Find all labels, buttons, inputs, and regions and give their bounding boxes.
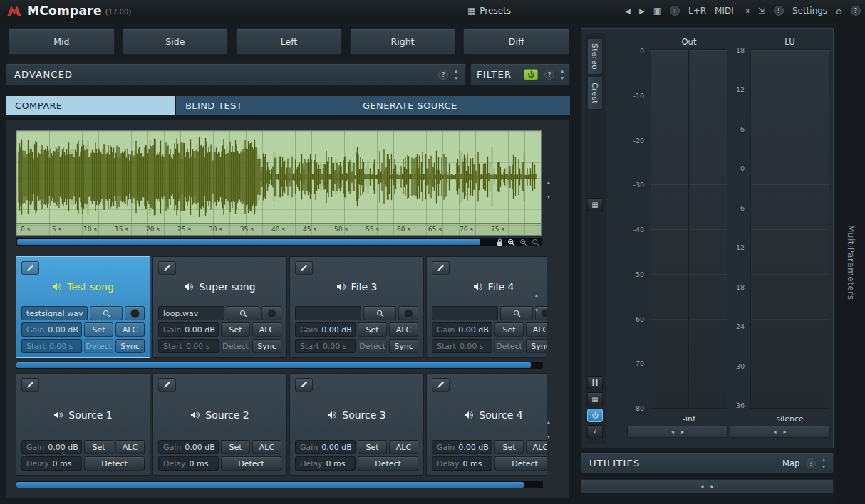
file-slot[interactable]: Super song loop.wav − Gain 0.00 dB bbox=[152, 256, 287, 358]
filter-panel-bar[interactable]: FILTER ? ▴▾ bbox=[470, 63, 570, 85]
channel-button-left[interactable]: Left bbox=[236, 28, 342, 55]
lu-meter-range-slider[interactable]: ◂ ▸ bbox=[730, 426, 830, 438]
alc-button[interactable]: ALC bbox=[252, 322, 281, 337]
source-slot[interactable]: Source 2 Gain 0.00 dB Set ALC Delay 0 ms… bbox=[152, 373, 287, 476]
file-slots-scrollbar-handle[interactable] bbox=[16, 362, 531, 368]
previous-preset-icon[interactable]: ◀ bbox=[625, 7, 631, 15]
channel-button-mid[interactable]: Mid bbox=[9, 28, 115, 55]
filename-field[interactable] bbox=[432, 306, 498, 320]
alc-button[interactable]: ALC bbox=[389, 322, 418, 337]
advanced-panel-bar[interactable]: ADVANCED ? ▴▾ bbox=[6, 63, 466, 85]
presets-button[interactable]: ▦ Presets bbox=[467, 0, 511, 21]
source-slot[interactable]: Source 3 Gain 0.00 dB Set ALC Delay 0 ms… bbox=[289, 373, 424, 476]
alc-button[interactable]: ALC bbox=[115, 322, 145, 337]
alc-button[interactable]: ALC bbox=[526, 322, 547, 337]
detect-button[interactable]: Detect bbox=[221, 339, 250, 353]
set-button[interactable]: Set bbox=[84, 322, 113, 337]
detect-button[interactable]: Detect bbox=[494, 456, 547, 471]
browse-button[interactable] bbox=[363, 306, 396, 320]
set-button[interactable]: Set bbox=[84, 440, 113, 454]
add-icon[interactable]: + bbox=[670, 6, 680, 16]
remove-button[interactable]: − bbox=[125, 306, 145, 320]
tab-generate-source[interactable]: GENERATE SOURCE bbox=[353, 96, 570, 115]
delay-field[interactable]: Delay 0 ms bbox=[295, 456, 356, 471]
alc-button[interactable]: ALC bbox=[252, 440, 281, 454]
utilities-collapse-spinner[interactable]: ▴▾ bbox=[822, 457, 825, 469]
gain-field[interactable]: Gain 0.00 dB bbox=[432, 440, 492, 454]
delay-field[interactable]: Delay 0 ms bbox=[158, 456, 219, 471]
meter-pause-button[interactable] bbox=[587, 376, 603, 389]
meter-tab-stereo[interactable]: Stereo bbox=[587, 38, 603, 75]
file-slot[interactable]: File 4 − Gain 0.00 dB bbox=[426, 256, 547, 358]
source-slots-scrollbar-handle[interactable] bbox=[16, 482, 524, 488]
source-slot[interactable]: Source 4 Gain 0.00 dB Set ALC Delay 0 ms… bbox=[426, 373, 547, 476]
gain-field[interactable]: Gain 0.00 dB bbox=[21, 440, 82, 454]
sync-button[interactable]: Sync bbox=[389, 339, 418, 353]
edit-button[interactable] bbox=[432, 378, 450, 392]
utilities-help-icon[interactable]: ? bbox=[806, 458, 816, 468]
delay-field[interactable]: Delay 0 ms bbox=[432, 456, 492, 471]
browse-button[interactable] bbox=[500, 306, 533, 320]
sync-button[interactable]: Sync bbox=[526, 339, 547, 353]
set-button[interactable]: Set bbox=[494, 322, 524, 337]
start-field[interactable]: Start 0.00 s bbox=[432, 339, 492, 353]
zoom-all-icon[interactable] bbox=[532, 238, 539, 246]
source-slots-count-spinner[interactable]: ▴▾ bbox=[547, 419, 550, 439]
sync-button[interactable]: Sync bbox=[115, 339, 145, 353]
alc-button[interactable]: ALC bbox=[526, 440, 547, 454]
gain-field[interactable]: Gain 0.00 dB bbox=[432, 322, 492, 337]
file-slot[interactable]: File 3 − Gain 0.00 dB bbox=[289, 256, 424, 358]
tab-compare[interactable]: COMPARE bbox=[6, 96, 175, 115]
settings-button[interactable]: Settings bbox=[792, 6, 827, 16]
file-slots-scrollbar[interactable] bbox=[16, 362, 543, 369]
home-icon[interactable]: ⌂ bbox=[836, 5, 842, 16]
channel-button-side[interactable]: Side bbox=[123, 28, 229, 55]
gain-field[interactable]: Gain 0.00 dB bbox=[295, 322, 356, 337]
edit-button[interactable] bbox=[21, 261, 39, 275]
warning-icon[interactable]: ! bbox=[774, 6, 784, 16]
map-button[interactable]: Map bbox=[782, 458, 799, 468]
detect-button[interactable]: Detect bbox=[84, 456, 145, 471]
out-meter-range-slider[interactable]: ◂ ▸ bbox=[627, 426, 728, 438]
filter-power-button[interactable] bbox=[524, 69, 538, 80]
detect-button[interactable]: Detect bbox=[494, 339, 524, 353]
utilities-panel-bar[interactable]: UTILITIES Map ? ▴▾ bbox=[581, 453, 834, 473]
midi-button[interactable]: MIDI bbox=[715, 6, 734, 16]
meter-routing-button[interactable]: ▦ bbox=[587, 392, 603, 406]
channel-button-right[interactable]: Right bbox=[350, 28, 456, 55]
start-field[interactable]: Start 0.00 s bbox=[295, 339, 356, 353]
utilities-slider[interactable]: ◂ ▸ bbox=[581, 479, 834, 493]
detect-button[interactable]: Detect bbox=[84, 339, 113, 353]
lock-icon[interactable] bbox=[497, 238, 503, 246]
advanced-collapse-spinner[interactable]: ▴▾ bbox=[455, 68, 457, 80]
file-slot[interactable]: Test song testsignal.wav − Gain 0.00 d bbox=[16, 256, 150, 358]
sync-button[interactable]: Sync bbox=[252, 339, 281, 353]
gain-field[interactable]: Gain 0.00 dB bbox=[158, 440, 219, 454]
edit-button[interactable] bbox=[158, 378, 176, 392]
zoom-out-icon[interactable] bbox=[519, 238, 527, 246]
filename-field[interactable]: loop.wav bbox=[158, 306, 224, 320]
file-slots-count-spinner[interactable]: ▴▾ bbox=[535, 293, 538, 313]
multiparameters-strip[interactable]: MultiParameters bbox=[836, 21, 865, 504]
set-button[interactable]: Set bbox=[221, 322, 250, 337]
copy-icon[interactable]: ⇲ bbox=[758, 6, 765, 16]
channel-button-diff[interactable]: Diff bbox=[463, 28, 569, 55]
meter-help-button[interactable]: ? bbox=[587, 425, 603, 439]
source-slot[interactable]: Source 1 Gain 0.00 dB Set ALC Delay 0 ms… bbox=[16, 373, 150, 476]
source-slots-scrollbar[interactable] bbox=[16, 481, 543, 488]
channel-mode-button[interactable]: L+R bbox=[688, 6, 706, 16]
start-field[interactable]: Start 0.00 s bbox=[21, 339, 82, 353]
filter-collapse-spinner[interactable]: ▴▾ bbox=[561, 68, 564, 80]
remove-button[interactable]: − bbox=[261, 306, 281, 320]
alc-button[interactable]: ALC bbox=[115, 440, 145, 454]
detect-button[interactable]: Detect bbox=[358, 456, 418, 471]
waveform-scrollbar[interactable] bbox=[16, 238, 542, 246]
browse-button[interactable] bbox=[227, 306, 259, 320]
detect-button[interactable]: Detect bbox=[358, 339, 387, 353]
edit-button[interactable] bbox=[21, 378, 39, 392]
zoom-in-icon[interactable] bbox=[507, 238, 515, 246]
waveform-height-spinner[interactable]: ▴▾ bbox=[547, 179, 550, 199]
waveform-display[interactable] bbox=[16, 131, 541, 223]
meter-tab-crest[interactable]: Crest bbox=[587, 76, 603, 110]
meter-table-button[interactable]: ▦ bbox=[587, 198, 603, 211]
